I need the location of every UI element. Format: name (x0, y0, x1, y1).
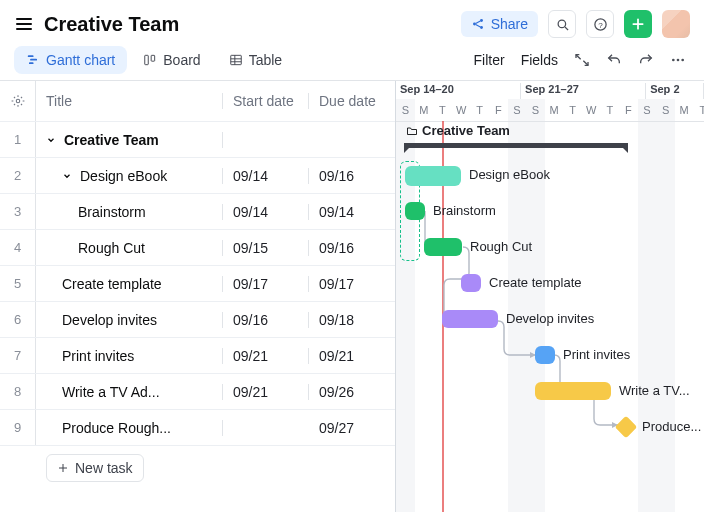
day-label: F (619, 99, 638, 121)
tab-table[interactable]: Table (217, 46, 294, 74)
day-label: M (675, 99, 694, 121)
task-table: Title Start date Due date 1Creative Team… (0, 81, 396, 512)
row-number: 4 (0, 230, 36, 265)
svg-rect-10 (151, 55, 155, 61)
svg-rect-6 (28, 55, 34, 57)
tab-board[interactable]: Board (131, 46, 212, 74)
gantt-bar[interactable] (442, 310, 498, 328)
task-title[interactable]: Develop invites (36, 312, 223, 328)
more-icon (670, 52, 686, 68)
due-date[interactable]: 09/21 (309, 348, 395, 364)
gantt-bar[interactable] (535, 382, 611, 400)
svg-point-12 (672, 59, 675, 62)
due-date[interactable]: 09/14 (309, 204, 395, 220)
gantt-bar-label: Print invites (563, 347, 630, 362)
gantt-bar[interactable] (405, 202, 425, 220)
tab-gantt-label: Gantt chart (46, 52, 115, 68)
gear-icon (11, 94, 25, 108)
due-date[interactable]: 09/26 (309, 384, 395, 400)
day-label: T (470, 99, 489, 121)
filter-button[interactable]: Filter (470, 48, 509, 72)
table-row[interactable]: 7Print invites09/2109/21 (0, 337, 395, 373)
redo-button[interactable] (634, 48, 658, 72)
table-row[interactable]: 8Write a TV Ad...09/2109/26 (0, 373, 395, 409)
search-icon (555, 17, 570, 32)
task-title[interactable]: Create template (36, 276, 223, 292)
day-label: M (415, 99, 434, 121)
svg-rect-11 (230, 55, 241, 64)
gantt-group-label: Creative Team (422, 123, 510, 138)
avatar[interactable] (662, 10, 690, 38)
table-row[interactable]: 5Create template09/1709/17 (0, 265, 395, 301)
row-number: 9 (0, 410, 36, 445)
svg-rect-9 (145, 55, 149, 64)
table-row[interactable]: 1Creative Team (0, 121, 395, 157)
expand-icon (574, 52, 590, 68)
task-title[interactable]: Creative Team (36, 132, 223, 148)
col-start[interactable]: Start date (223, 93, 309, 109)
gantt-bar[interactable] (535, 346, 555, 364)
day-label: W (452, 99, 471, 121)
task-title[interactable]: Rough Cut (36, 240, 223, 256)
start-date[interactable]: 09/21 (223, 384, 309, 400)
folder-icon (406, 125, 418, 137)
table-row[interactable]: 3Brainstorm09/1409/14 (0, 193, 395, 229)
more-button[interactable] (666, 48, 690, 72)
gantt-bar-label: Develop invites (506, 311, 594, 326)
table-row[interactable]: 9Produce Rough...09/27 (0, 409, 395, 445)
start-date[interactable]: 09/21 (223, 348, 309, 364)
table-row[interactable]: 6Develop invites09/1609/18 (0, 301, 395, 337)
table-row[interactable]: 2Design eBook09/1409/16 (0, 157, 395, 193)
task-title[interactable]: Produce Rough... (36, 420, 223, 436)
col-due[interactable]: Due date (309, 93, 395, 109)
svg-rect-7 (30, 59, 37, 61)
menu-toggle[interactable] (14, 14, 34, 34)
gantt-bar[interactable] (424, 238, 462, 256)
help-button[interactable]: ? (586, 10, 614, 38)
day-label: T (433, 99, 452, 121)
task-title[interactable]: Brainstorm (36, 204, 223, 220)
gantt-milestone[interactable] (615, 416, 638, 439)
task-title[interactable]: Design eBook (36, 168, 223, 184)
fields-button[interactable]: Fields (517, 48, 562, 72)
summary-bar[interactable] (404, 143, 628, 148)
col-title[interactable]: Title (36, 93, 223, 109)
due-date[interactable]: 09/27 (309, 420, 395, 436)
expand-button[interactable] (570, 48, 594, 72)
due-date[interactable]: 09/16 (309, 168, 395, 184)
due-date[interactable]: 09/16 (309, 240, 395, 256)
day-label: W (582, 99, 601, 121)
table-icon (229, 53, 243, 67)
day-label: T (563, 99, 582, 121)
task-title[interactable]: Write a TV Ad... (36, 384, 223, 400)
start-date[interactable]: 09/14 (223, 168, 309, 184)
table-settings-button[interactable] (0, 81, 36, 121)
tab-gantt[interactable]: Gantt chart (14, 46, 127, 74)
day-label: T (601, 99, 620, 121)
gantt-bar[interactable] (461, 274, 481, 292)
search-button[interactable] (548, 10, 576, 38)
share-button[interactable]: Share (461, 11, 538, 37)
chevron-down-icon (62, 171, 72, 181)
svg-text:?: ? (598, 20, 603, 29)
add-button[interactable] (624, 10, 652, 38)
day-label: F (489, 99, 508, 121)
gantt-chart[interactable]: Sep 14–20Sep 21–27Sep 2 SMTWTFSSMTWTFSSM… (396, 81, 704, 512)
undo-button[interactable] (602, 48, 626, 72)
start-date[interactable]: 09/16 (223, 312, 309, 328)
day-label: S (508, 99, 527, 121)
start-date[interactable]: 09/17 (223, 276, 309, 292)
due-date[interactable]: 09/18 (309, 312, 395, 328)
table-row[interactable]: 4Rough Cut09/1509/16 (0, 229, 395, 265)
start-date[interactable]: 09/15 (223, 240, 309, 256)
start-date[interactable]: 09/14 (223, 204, 309, 220)
row-number: 5 (0, 266, 36, 301)
day-label: S (638, 99, 657, 121)
gantt-bar[interactable] (405, 166, 461, 186)
due-date[interactable]: 09/17 (309, 276, 395, 292)
gantt-bar-label: Create template (489, 275, 582, 290)
row-number: 6 (0, 302, 36, 337)
task-title[interactable]: Print invites (36, 348, 223, 364)
svg-rect-8 (29, 62, 34, 64)
new-task-button[interactable]: New task (46, 454, 144, 482)
